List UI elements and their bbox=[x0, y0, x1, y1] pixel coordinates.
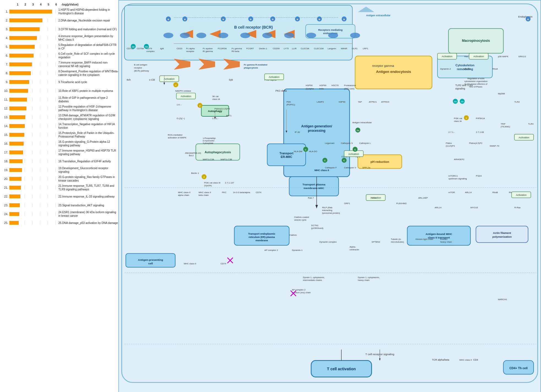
svg-text:Dynamin-2: Dynamin-2 bbox=[440, 68, 451, 70]
bar bbox=[9, 194, 20, 198]
svg-text:B: B bbox=[184, 18, 186, 21]
svg-text:JNK(MAPK8-10): JNK(MAPK8-10) bbox=[185, 152, 201, 154]
svg-text:FCGRT: FCGRT bbox=[246, 47, 254, 50]
svg-text:OLR1: OLR1 bbox=[352, 47, 358, 50]
svg-text:MHC class II: MHC class II bbox=[178, 191, 190, 194]
pathway-number: 7. bbox=[3, 63, 8, 66]
pathway-row: 11.11.Role of GIP in pathogenesis of typ… bbox=[3, 96, 118, 103]
svg-text:Transport: Transport bbox=[279, 152, 293, 155]
svg-text:Dectin-1: Dectin-1 bbox=[259, 47, 267, 50]
svg-text:microtubules): microtubules) bbox=[391, 241, 404, 243]
svg-text:PLEKHM2: PLEKHM2 bbox=[396, 202, 407, 205]
bar bbox=[9, 45, 35, 49]
svg-text:MANR: MANR bbox=[341, 47, 347, 50]
svg-text:class IA: class IA bbox=[454, 120, 462, 122]
pathway-label: 8.Development_Positive regulation of WNT… bbox=[58, 70, 118, 77]
bar-area bbox=[9, 150, 56, 154]
svg-text:2.7.1.-: 2.7.1.- bbox=[212, 117, 219, 120]
svg-text:Bd-2: Bd-2 bbox=[189, 154, 194, 157]
svg-text:complex: complex bbox=[146, 50, 155, 53]
svg-text:Syk: Syk bbox=[229, 78, 233, 81]
svg-text:Dynactin complex: Dynactin complex bbox=[319, 241, 337, 243]
pathway-label: 23.Signal transduction_AKT signaling bbox=[58, 204, 118, 207]
pathway-label: 6.Cell cycle_Role of SCF complex in cell… bbox=[58, 52, 118, 59]
svg-text:MHC class II: MHC class II bbox=[314, 169, 329, 172]
svg-text:ER-MIIC: ER-MIIC bbox=[281, 155, 292, 159]
svg-text:ORP1: ORP1 bbox=[344, 202, 350, 205]
axis-label: -log(pValue) bbox=[61, 3, 78, 6]
svg-text:ROS-mediated: ROS-mediated bbox=[168, 134, 183, 136]
svg-text:RILP (Rab: RILP (Rab bbox=[322, 206, 333, 209]
svg-text:Rho GTPases: Rho GTPases bbox=[469, 86, 482, 88]
pathway-label: 19.Development_Glucocorticoid receptor s… bbox=[58, 166, 118, 174]
bar-area bbox=[9, 194, 56, 198]
pathway-number: 13. bbox=[3, 116, 8, 119]
svg-text:(1)alpha: (1)alpha bbox=[306, 87, 314, 90]
svg-point-266 bbox=[240, 33, 250, 38]
svg-text:FCGR3A: FCGR3A bbox=[218, 47, 227, 50]
svg-text:Cathepsin F: Cathepsin F bbox=[325, 166, 337, 169]
svg-text:PSD4: PSD4 bbox=[476, 175, 482, 177]
svg-text:Itch: Itch bbox=[127, 78, 131, 81]
svg-text:(Vps34): (Vps34) bbox=[204, 184, 212, 187]
svg-text:Clathrin: Clathrin bbox=[289, 234, 297, 236]
pathway-row: 12.12.Possible regulation of HSF-1/chape… bbox=[3, 105, 118, 112]
pathway-row: 4.4.Immune response_Antigen presentation… bbox=[3, 34, 118, 42]
svg-text:Fc gamma R-mediated: Fc gamma R-mediated bbox=[244, 64, 267, 66]
svg-text:HSP90: HSP90 bbox=[306, 84, 313, 87]
svg-text:MAP1LC3A: MAP1LC3A bbox=[203, 158, 214, 161]
pathway-label: 1.HSP70 and HSP40-dependent folding in H… bbox=[58, 8, 118, 15]
svg-text:Z: Z bbox=[466, 117, 467, 119]
pathway-label: 17.Immune response_HSP60 and HSP70/ TLR … bbox=[58, 149, 118, 156]
svg-text:polymerization: polymerization bbox=[492, 235, 512, 238]
svg-text:HCLS1: HCLS1 bbox=[464, 68, 471, 70]
svg-text:vesicle cycle: vesicle cycle bbox=[294, 219, 306, 221]
pathway-label: 13.DNA damage_ATM/ATR regulation of G2/M… bbox=[58, 114, 118, 121]
bar-area bbox=[9, 27, 56, 31]
svg-text:NADPH oxidase: NADPH oxidase bbox=[175, 90, 191, 92]
svg-text:LY75: LY75 bbox=[284, 47, 289, 50]
svg-text:Antigen extracellular: Antigen extracellular bbox=[366, 14, 391, 17]
svg-text:D-myoinositol: D-myoinositol bbox=[203, 140, 214, 142]
svg-text:CD79A: CD79A bbox=[137, 47, 144, 50]
svg-text:PDK: PDK bbox=[286, 101, 291, 103]
bar bbox=[9, 106, 26, 110]
svg-text:Langerin: Langerin bbox=[328, 47, 336, 50]
svg-text:centractin: centractin bbox=[350, 248, 359, 251]
pathway-row: 8.8.Development_Positive regulation of W… bbox=[3, 69, 118, 77]
pathway-row: 6.6.Cell cycle_Role of SCF complex in ce… bbox=[3, 52, 118, 59]
axis-tick-1: 1 bbox=[14, 3, 21, 6]
svg-text:Kinesin light chain: Kinesin light chain bbox=[415, 238, 433, 240]
pathway-row: 25.25.DNA damage_p53 activation by DNA d… bbox=[3, 219, 118, 227]
svg-text:Tn: Tn bbox=[357, 129, 359, 132]
svg-text:class IA: class IA bbox=[212, 98, 220, 100]
svg-text:(PDPK1): (PDPK1) bbox=[286, 103, 295, 106]
svg-text:B: B bbox=[272, 18, 274, 21]
bar-area bbox=[9, 98, 56, 102]
bar bbox=[9, 150, 23, 154]
svg-text:Proteasome: Proteasome bbox=[344, 84, 356, 87]
svg-text:MYO1E: MYO1E bbox=[471, 206, 478, 209]
bar-area bbox=[9, 36, 56, 40]
left-panel: 1 2 3 4 5 6 -log(pValue) 1.1.HSP70 and H… bbox=[0, 0, 118, 392]
svg-point-263 bbox=[180, 33, 190, 38]
svg-text:PIP5K1A: PIP5K1A bbox=[476, 117, 485, 120]
pathway-number: 9. bbox=[3, 80, 8, 84]
svg-text:signaling: signaling bbox=[455, 87, 465, 90]
svg-text:Tubulin (in: Tubulin (in bbox=[391, 238, 401, 240]
pathway-number: 1. bbox=[3, 10, 8, 13]
svg-text:PI3K cat class III: PI3K cat class III bbox=[204, 182, 220, 184]
svg-text:B: B bbox=[297, 18, 298, 21]
bar-area bbox=[9, 62, 56, 66]
svg-text:TAP: TAP bbox=[358, 101, 362, 103]
pathway-row: 14.14.Transcription_Negative regulation … bbox=[3, 122, 118, 130]
svg-text:B cell receptor (BCR): B cell receptor (BCR) bbox=[234, 25, 273, 29]
svg-text:Transport endoplasmic: Transport endoplasmic bbox=[248, 232, 275, 235]
svg-text:Actin filament: Actin filament bbox=[493, 231, 511, 234]
svg-text:3-phosphate: 3-phosphate bbox=[203, 142, 213, 144]
pathway-row: 18.18.Translation_Regulation of EIF4F ac… bbox=[3, 157, 118, 165]
svg-text:(BCR) pathway: (BCR) pathway bbox=[134, 70, 149, 72]
svg-text:LAMP2: LAMP2 bbox=[317, 101, 324, 103]
bar bbox=[9, 221, 19, 225]
svg-text:membrane-MIIC: membrane-MIIC bbox=[304, 187, 324, 190]
